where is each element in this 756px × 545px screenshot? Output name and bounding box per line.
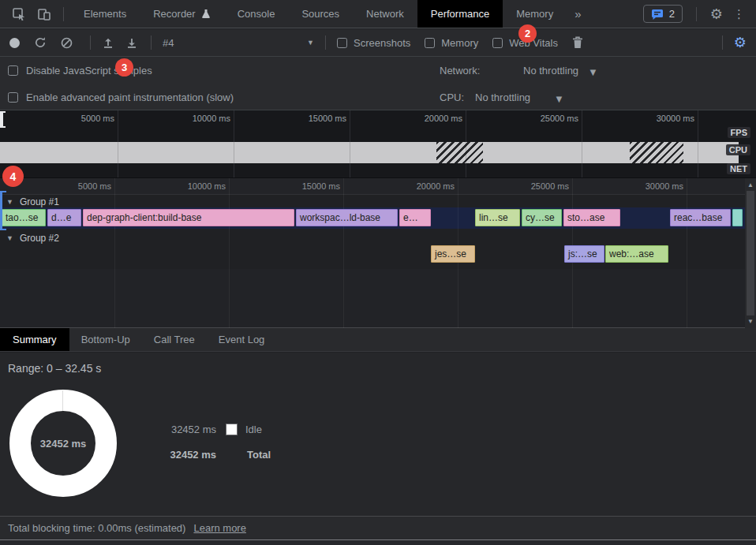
legend-value: 32452 ms [118, 449, 216, 461]
toolbar-separator [151, 35, 152, 50]
tab-sources[interactable]: Sources [288, 0, 353, 28]
tab-network[interactable]: Network [353, 0, 417, 28]
tab-summary[interactable]: Summary [0, 328, 69, 351]
paint-instrumentation-checkbox[interactable] [8, 92, 18, 103]
total-blocking-time-text: Total blocking time: 0.00ms (estimated) [8, 522, 185, 534]
tab-elements[interactable]: Elements [70, 0, 140, 28]
flame-bar[interactable]: web:…ase [605, 245, 668, 263]
load-profile-button[interactable] [102, 36, 114, 49]
toolbar-separator [63, 7, 64, 21]
flame-tick-label: 10000 ms [170, 181, 226, 191]
flame-bar[interactable]: tao…se [2, 209, 46, 226]
issues-bubble-icon [651, 9, 664, 20]
flame-bar[interactable]: dep-graph-client:build-base [83, 209, 294, 226]
fps-track-label: FPS [728, 127, 750, 138]
overview-tick-label: 10000 ms [175, 114, 230, 123]
tab-console[interactable]: Console [224, 0, 289, 28]
history-select[interactable]: #4 ▼ [163, 37, 314, 49]
more-tabs-button[interactable]: » [574, 7, 581, 21]
record-button[interactable] [9, 38, 20, 48]
flame-bar[interactable]: e… [399, 209, 431, 226]
overview-band-gridline [234, 142, 234, 163]
legend-row-total: 32452 ms Total [118, 449, 271, 461]
flame-bar[interactable]: sto…ase [563, 209, 620, 226]
settings-gear-icon[interactable]: ⚙ [710, 7, 723, 21]
overview-band-gridline [350, 142, 350, 163]
group-1-header[interactable]: ▼ Group #1 [6, 196, 59, 207]
issues-count: 2 [669, 8, 675, 20]
step-badge-3: 3 [115, 58, 133, 77]
collapse-triangle-icon: ▼ [6, 234, 13, 242]
checkbox-icon [337, 38, 347, 48]
tab-label: Performance [431, 8, 489, 20]
save-profile-button[interactable] [125, 36, 138, 49]
flame-bar[interactable]: workspac…ld-base [296, 209, 398, 226]
network-throttling-select[interactable]: No throttling [523, 65, 578, 77]
cpu-throttled-region [630, 142, 683, 163]
capture-settings-gear-icon[interactable]: ⚙ [734, 35, 747, 50]
scrollbar-thumb[interactable] [747, 191, 754, 315]
flame-tick-label: 15000 ms [285, 181, 340, 191]
flame-chart[interactable]: ▼ Group #1 tao…sed…edep-graph-client:bui… [0, 177, 756, 327]
learn-more-link[interactable]: Learn more [193, 522, 245, 534]
overview-tick-label: 20000 ms [407, 114, 462, 123]
window-bottom-edge [0, 539, 756, 545]
chevron-down-icon: ▼ [307, 39, 314, 47]
tab-event-log[interactable]: Event Log [207, 328, 277, 351]
flame-bars-row-2: jes…sejs:…seweb:…ase [0, 245, 745, 263]
devtools-tab-bar: Elements Recorder Console Sources Networ… [0, 0, 756, 28]
experiment-flask-icon [201, 9, 211, 19]
screenshots-checkbox[interactable]: Screenshots [337, 37, 410, 49]
topbar-right-cluster: 2 ⚙ ⋮ [643, 5, 756, 23]
flame-bar[interactable]: jes…se [431, 245, 475, 263]
kebab-menu-icon[interactable]: ⋮ [730, 7, 748, 21]
toolbar-separator [696, 7, 697, 21]
cpu-throttling-select[interactable]: No throttling [475, 91, 530, 103]
overview-band-gridline [466, 142, 466, 163]
checkbox-label: Memory [441, 37, 478, 49]
tab-memory[interactable]: Memory [503, 0, 567, 28]
issues-counter-button[interactable]: 2 [643, 5, 683, 23]
inspect-element-button[interactable] [6, 3, 32, 25]
flame-scrollbar[interactable]: ▲ ▼ [745, 178, 756, 328]
step-badge-2: 2 [518, 24, 537, 43]
tab-recorder[interactable]: Recorder [140, 0, 223, 28]
tab-label: Elements [84, 8, 126, 20]
overview-band-gridline [698, 142, 698, 163]
flame-bar[interactable]: d…e [47, 209, 81, 226]
scroll-down-icon[interactable]: ▼ [745, 318, 756, 325]
garbage-collect-button[interactable] [572, 36, 583, 49]
chevron-down-icon[interactable]: ▼ [554, 93, 564, 105]
paint-instrumentation-label: Enable advanced paint instrumentation (s… [26, 91, 234, 103]
history-select-value: #4 [163, 37, 174, 49]
overview-tick-label: 5000 ms [59, 114, 114, 123]
tab-label: Recorder [153, 8, 195, 20]
reload-and-record-button[interactable] [34, 36, 47, 49]
tab-performance[interactable]: Performance [417, 0, 503, 28]
timeline-overview[interactable]: FPS CPU NET 5000 ms10000 ms15000 ms20000… [0, 110, 756, 177]
tab-bottom-up[interactable]: Bottom-Up [69, 328, 142, 351]
step-badge-4: 4 [2, 166, 24, 187]
clear-recording-button[interactable] [61, 37, 73, 49]
tab-label: Bottom-Up [81, 334, 130, 345]
tab-label: Network [366, 8, 404, 20]
disable-js-checkbox[interactable] [8, 65, 18, 76]
tab-call-tree[interactable]: Call Tree [142, 328, 207, 351]
device-toolbar-button[interactable] [32, 3, 57, 25]
flame-bar[interactable]: lin…se [475, 209, 520, 226]
checkbox-label: Screenshots [354, 37, 410, 49]
flame-bar[interactable] [732, 209, 743, 226]
flame-bar[interactable]: js:…se [564, 245, 604, 263]
group-2-header[interactable]: ▼ Group #2 [6, 233, 59, 244]
cpu-overview-band [0, 142, 739, 163]
tab-label: Console [238, 8, 275, 20]
scroll-up-icon[interactable]: ▲ [745, 181, 756, 189]
memory-checkbox[interactable]: Memory [425, 37, 478, 49]
overview-tick-label: 30000 ms [639, 114, 694, 123]
group-label-text: Group #2 [20, 233, 59, 244]
chevron-down-icon[interactable]: ▼ [588, 66, 598, 78]
flame-bar[interactable]: cy…se [522, 209, 562, 226]
tab-label: Memory [516, 8, 553, 20]
flame-bar[interactable]: reac…base [670, 209, 731, 226]
overview-selection-handle[interactable] [0, 111, 6, 128]
